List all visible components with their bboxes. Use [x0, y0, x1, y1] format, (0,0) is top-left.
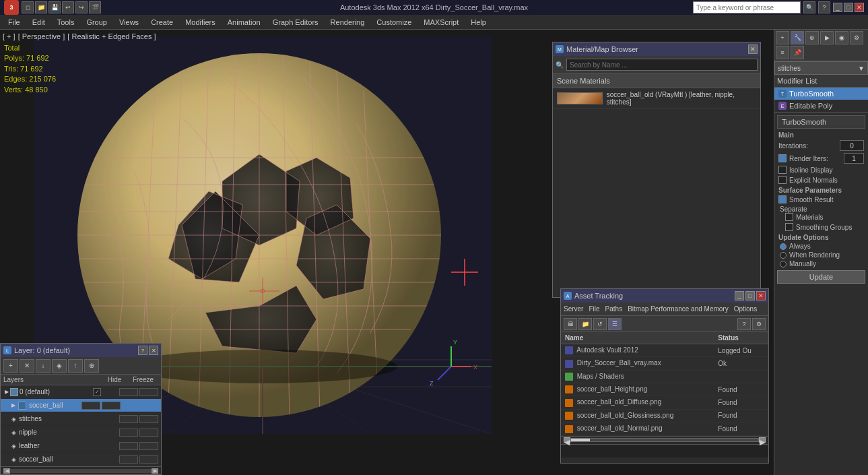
- ts-always-radio[interactable]: [780, 243, 787, 250]
- layer-row-nipple[interactable]: ◈ nipple: [1, 426, 161, 439]
- layer-row-stitches[interactable]: ◈ stitches: [1, 412, 161, 426]
- hierarchy-tab-icon[interactable]: ⊕: [805, 31, 819, 44]
- menu-tools[interactable]: Tools: [52, 17, 80, 28]
- lm-new-layer-btn[interactable]: +: [3, 359, 18, 373]
- layer-row-1[interactable]: ▶ soccer_ball: [1, 399, 161, 412]
- ts-isoline-checkbox[interactable]: [778, 166, 787, 174]
- lm-scroll-right[interactable]: ▶: [152, 468, 158, 474]
- menu-modifiers[interactable]: Modifiers: [180, 17, 221, 28]
- material-browser-close[interactable]: ✕: [748, 44, 758, 54]
- layer-expand-0[interactable]: ▶: [3, 389, 10, 395]
- more-icon[interactable]: ≡: [776, 46, 789, 59]
- ts-render-iters-checkbox[interactable]: [778, 154, 787, 162]
- material-browser-titlebar[interactable]: M Material/Map Browser ✕: [553, 42, 760, 56]
- lm-select-objects-btn[interactable]: ◈: [52, 359, 67, 373]
- lm-scrollbar-h[interactable]: ◀ ▶: [1, 466, 161, 474]
- render-btn[interactable]: 🎬: [89, 1, 101, 13]
- redo-btn[interactable]: ↪: [75, 1, 88, 13]
- at-scrollbar-h[interactable]: ◀ ▶: [561, 436, 768, 444]
- at-refresh-btn[interactable]: ↺: [593, 318, 607, 330]
- at-row-max[interactable]: Dirty_Soccer_Ball_vray.max Ok: [561, 357, 768, 370]
- at-row-maps[interactable]: Maps / Shaders: [561, 370, 768, 383]
- vp-tag-shading[interactable]: [ Realistic + Edged Faces ]: [67, 32, 156, 40]
- layer-manager-titlebar[interactable]: L Layer: 0 (default) ? ✕: [1, 344, 161, 357]
- lm-scroll-left[interactable]: ◀: [3, 468, 10, 474]
- ts-materials-checkbox[interactable]: [785, 213, 793, 221]
- at-row-diffuse[interactable]: soccer_ball_old_Diffuse.png Found: [561, 396, 768, 409]
- close-btn[interactable]: ✕: [855, 3, 864, 12]
- at-menu-options[interactable]: Options: [734, 305, 757, 313]
- at-close-btn[interactable]: ✕: [756, 291, 766, 300]
- ts-smoothing-groups-checkbox[interactable]: [785, 223, 793, 231]
- ts-when-rendering-radio[interactable]: [780, 252, 787, 259]
- vp-tag-perspective[interactable]: [ Perspective ]: [18, 32, 65, 40]
- at-settings-btn[interactable]: ⚙: [752, 318, 766, 330]
- ts-render-iters-input[interactable]: [844, 153, 864, 164]
- at-vault-btn[interactable]: 🏛: [564, 318, 577, 330]
- material-search-input[interactable]: [566, 59, 758, 71]
- menu-maxscript[interactable]: MAXScript: [418, 17, 464, 28]
- menu-graph-editors[interactable]: Graph Editors: [267, 17, 324, 28]
- menu-create[interactable]: Create: [145, 17, 178, 28]
- create-tab-icon[interactable]: +: [776, 31, 789, 44]
- save-btn[interactable]: 💾: [48, 1, 61, 13]
- at-row-vault[interactable]: Autodesk Vault 2012 Logged Ou: [561, 344, 768, 357]
- lm-find-layer-btn[interactable]: ↑: [68, 359, 83, 373]
- menu-rendering[interactable]: Rendering: [325, 17, 370, 28]
- material-row[interactable]: soccer_ball_old (VRayMtl ) [leather, nip…: [553, 88, 760, 109]
- ts-iterations-input[interactable]: [840, 140, 864, 151]
- layer-row-soccerball[interactable]: ◈ soccer_ball: [1, 453, 161, 466]
- utility-tab-icon[interactable]: ⚙: [850, 31, 863, 44]
- motion-tab-icon[interactable]: ▶: [820, 31, 834, 44]
- at-folder-btn[interactable]: 📁: [578, 318, 592, 330]
- ts-explicit-normals-checkbox[interactable]: [778, 176, 787, 184]
- menu-animation[interactable]: Animation: [222, 17, 266, 28]
- pin-icon[interactable]: 📌: [791, 46, 804, 59]
- vp-tag-plus[interactable]: [ + ]: [3, 32, 15, 40]
- ts-smooth-result-checkbox[interactable]: [778, 195, 787, 203]
- layer-expand-1[interactable]: ▶: [10, 402, 17, 409]
- menu-help[interactable]: Help: [465, 17, 492, 28]
- menu-customize[interactable]: Customize: [371, 17, 417, 28]
- search-input[interactable]: [693, 1, 801, 13]
- layer-check-0[interactable]: ✓: [93, 388, 101, 396]
- menu-views[interactable]: Views: [114, 17, 144, 28]
- modifier-turbosmooth[interactable]: T TurboSmooth: [774, 88, 868, 100]
- at-menu-server[interactable]: Server: [564, 305, 583, 313]
- open-btn[interactable]: 📁: [35, 1, 47, 13]
- ts-manually-radio[interactable]: [780, 261, 787, 267]
- lm-select-layer-btn[interactable]: ⊕: [84, 359, 99, 373]
- at-menu-file[interactable]: File: [589, 305, 599, 313]
- at-scroll-right[interactable]: ▶: [759, 437, 766, 443]
- search-icon[interactable]: 🔍: [803, 1, 815, 13]
- at-scroll-left[interactable]: ◀: [564, 437, 570, 443]
- modifier-editable-poly[interactable]: E Editable Poly: [774, 100, 868, 112]
- asset-tracking-titlebar[interactable]: A Asset Tracking _ □ ✕: [561, 289, 768, 303]
- at-help-btn[interactable]: ?: [737, 318, 751, 330]
- menu-edit[interactable]: Edit: [27, 17, 51, 28]
- at-minimize-btn[interactable]: _: [735, 291, 744, 300]
- menu-group[interactable]: Group: [81, 17, 112, 28]
- modifier-dropdown-stitches[interactable]: stitches ▼: [774, 61, 868, 75]
- at-menu-paths[interactable]: Paths: [605, 305, 623, 313]
- new-btn[interactable]: ◻: [22, 1, 34, 13]
- at-row-glossiness[interactable]: soccer_ball_old_Glossiness.png Found: [561, 409, 768, 422]
- maximize-btn[interactable]: □: [844, 3, 853, 12]
- layer-row-leather[interactable]: ◈ leather: [1, 439, 161, 453]
- undo-btn[interactable]: ↩: [62, 1, 74, 13]
- at-row-normal[interactable]: soccer_ball_old_Normal.png Found: [561, 422, 768, 435]
- lm-add-selected-btn[interactable]: ↓: [36, 359, 51, 373]
- menu-file[interactable]: File: [3, 17, 26, 28]
- modify-tab-icon[interactable]: 🔧: [791, 31, 804, 44]
- at-maximize-btn[interactable]: □: [745, 291, 755, 300]
- display-tab-icon[interactable]: ◉: [835, 31, 848, 44]
- lm-close-btn[interactable]: ✕: [149, 346, 158, 355]
- help-icon[interactable]: ?: [818, 1, 830, 13]
- ts-update-button[interactable]: Update: [777, 270, 865, 284]
- at-list-btn[interactable]: ☰: [608, 318, 622, 330]
- at-row-height[interactable]: soccer_ball_Height.png Found: [561, 383, 768, 396]
- minimize-btn[interactable]: _: [833, 3, 842, 12]
- lm-delete-layer-btn[interactable]: ✕: [20, 359, 34, 373]
- lm-question-btn[interactable]: ?: [138, 346, 147, 355]
- layer-row-0[interactable]: ▶ 0 (default) ✓: [1, 385, 161, 399]
